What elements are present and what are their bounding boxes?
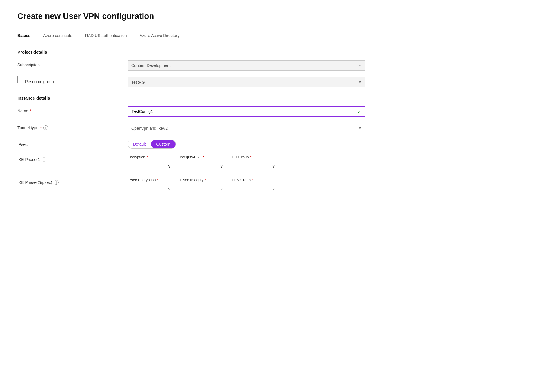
ike-phase2-pfs-group-chevron-icon: ∨ xyxy=(272,187,275,191)
tab-radius-authentication[interactable]: RADIUS authentication xyxy=(85,30,133,41)
ike-phase1-dhgroup-chevron-icon: ∨ xyxy=(272,164,275,168)
project-details-title: Project details xyxy=(17,50,542,54)
ike-phase2-control: IPsec Encryption * ∨ IPsec Integrity * xyxy=(128,178,365,194)
ike-phase1-encryption-required: * xyxy=(146,155,148,159)
ike-phase1-integrity-label: Integrity/PRF * xyxy=(180,155,226,159)
ipsec-custom-button[interactable]: Custom xyxy=(151,140,175,148)
name-value: TestConfig1 xyxy=(132,109,153,114)
instance-details-title: Instance details xyxy=(17,96,542,100)
ike-phase2-ipsec-encryption-required: * xyxy=(157,178,159,182)
ike-phase1-info-icon[interactable]: i xyxy=(42,157,46,162)
resource-group-value: TestRG xyxy=(131,80,145,85)
ipsec-toggle-group: Default Custom xyxy=(128,140,365,149)
ike-phase1-dhgroup-required: * xyxy=(250,155,252,159)
ike-phase2-pfs-group-dropdown[interactable]: ∨ xyxy=(232,184,278,194)
subscription-chevron-icon: ∨ xyxy=(359,63,361,67)
ike-phase1-encryption-chevron-icon: ∨ xyxy=(168,164,171,168)
name-required-indicator: * xyxy=(30,109,31,113)
resource-group-row: Resource group TestRG ∨ xyxy=(17,77,542,87)
ike-phase2-ipsec-integrity-label: IPsec Integrity * xyxy=(180,178,226,182)
ipsec-toggle[interactable]: Default Custom xyxy=(128,140,176,149)
ike-phase2-info-icon[interactable]: i xyxy=(54,180,59,185)
tunnel-type-chevron-icon: ∨ xyxy=(359,126,361,130)
ike-phase1-dhgroup-group: DH Group * ∨ xyxy=(232,155,278,171)
ike-phase2-ipsec-encryption-dropdown[interactable]: ∨ xyxy=(128,184,174,194)
ike-phase2-pfs-group-group: PFS Group * ∨ xyxy=(232,178,278,194)
instance-details-section: Instance details Name * TestConfig1 ✓ Tu… xyxy=(17,96,542,194)
name-input[interactable]: TestConfig1 ✓ xyxy=(128,106,365,117)
ike-phase2-ipsec-encryption-label: IPsec Encryption * xyxy=(128,178,174,182)
ike-phase2-ipsec-encryption-chevron-icon: ∨ xyxy=(168,187,171,191)
ike-phase1-integrity-required: * xyxy=(203,155,204,159)
ike-phase1-dhgroup-dropdown[interactable]: ∨ xyxy=(232,161,278,171)
subscription-value: Content Development xyxy=(131,63,170,68)
tunnel-type-row: Tunnel type * i OpenVpn and IkeV2 ∨ xyxy=(17,123,542,133)
tunnel-type-info-icon[interactable]: i xyxy=(43,125,48,130)
page-title: Create new User VPN configuration xyxy=(17,12,542,21)
ike-phase2-row: IKE Phase 2(ipsec) i IPsec Encryption * … xyxy=(17,178,542,194)
ipsec-default-button[interactable]: Default xyxy=(128,140,151,148)
ike-phase2-ipsec-integrity-group: IPsec Integrity * ∨ xyxy=(180,178,226,194)
ike-phase1-label: IKE Phase 1 i xyxy=(17,155,128,162)
subscription-row: Subscription Content Development ∨ xyxy=(17,60,542,71)
ike-phase1-control: Encryption * ∨ Integrity/PRF * xyxy=(128,155,365,171)
ike-phase2-ipsec-encryption-group: IPsec Encryption * ∨ xyxy=(128,178,174,194)
ike-phase1-encryption-label: Encryption * xyxy=(128,155,174,159)
tunnel-type-label: Tunnel type * i xyxy=(17,123,128,130)
tab-basics[interactable]: Basics xyxy=(17,30,36,41)
ike-phase1-encryption-dropdown[interactable]: ∨ xyxy=(128,161,174,171)
name-row: Name * TestConfig1 ✓ xyxy=(17,106,542,117)
ipsec-control: Default Custom xyxy=(128,140,365,149)
ike-phase1-dhgroup-label: DH Group * xyxy=(232,155,278,159)
ike-phase2-ipsec-integrity-dropdown[interactable]: ∨ xyxy=(180,184,226,194)
tab-azure-certificate[interactable]: Azure certificate xyxy=(43,30,78,41)
ike-phase2-ipsec-integrity-chevron-icon: ∨ xyxy=(220,187,223,191)
ipsec-label: IPsec xyxy=(17,140,128,147)
ipsec-row: IPsec Default Custom xyxy=(17,140,542,149)
tunnel-type-dropdown[interactable]: OpenVpn and IkeV2 ∨ xyxy=(128,123,365,133)
subscription-control: Content Development ∨ xyxy=(128,60,365,71)
tabs-nav: Basics Azure certificate RADIUS authenti… xyxy=(17,30,542,41)
ike-phase2-ipsec-integrity-required: * xyxy=(205,178,206,182)
ike-phase1-row: IKE Phase 1 i Encryption * ∨ Integ xyxy=(17,155,542,171)
resource-group-label-wrap: Resource group xyxy=(17,77,128,84)
ike-phase1-integrity-dropdown[interactable]: ∨ xyxy=(180,161,226,171)
ike-phase1-integrity-chevron-icon: ∨ xyxy=(220,164,223,168)
subscription-label: Subscription xyxy=(17,60,128,67)
ike-phase1-encryption-group: Encryption * ∨ xyxy=(128,155,174,171)
indent-line xyxy=(17,76,23,83)
resource-group-dropdown[interactable]: TestRG ∨ xyxy=(128,77,365,87)
ike-phase2-label: IKE Phase 2(ipsec) i xyxy=(17,178,128,185)
tunnel-type-control: OpenVpn and IkeV2 ∨ xyxy=(128,123,365,133)
subscription-dropdown[interactable]: Content Development ∨ xyxy=(128,60,365,71)
project-details-section: Project details Subscription Content Dev… xyxy=(17,50,542,87)
name-control: TestConfig1 ✓ xyxy=(128,106,365,117)
ike-phase1-fields: Encryption * ∨ Integrity/PRF * xyxy=(128,155,365,171)
tab-azure-active-directory[interactable]: Azure Active Directory xyxy=(140,30,185,41)
ike-phase2-pfs-group-label: PFS Group * xyxy=(232,178,278,182)
name-check-icon: ✓ xyxy=(357,109,361,114)
tunnel-type-value: OpenVpn and IkeV2 xyxy=(131,126,168,131)
resource-group-chevron-icon: ∨ xyxy=(359,80,361,84)
tunnel-type-required-indicator: * xyxy=(40,125,42,130)
ike-phase1-integrity-group: Integrity/PRF * ∨ xyxy=(180,155,226,171)
name-label: Name * xyxy=(17,106,128,113)
ike-phase2-pfs-group-required: * xyxy=(252,178,253,182)
ike-phase2-fields: IPsec Encryption * ∨ IPsec Integrity * xyxy=(128,178,365,194)
resource-group-control: TestRG ∨ xyxy=(128,77,365,87)
